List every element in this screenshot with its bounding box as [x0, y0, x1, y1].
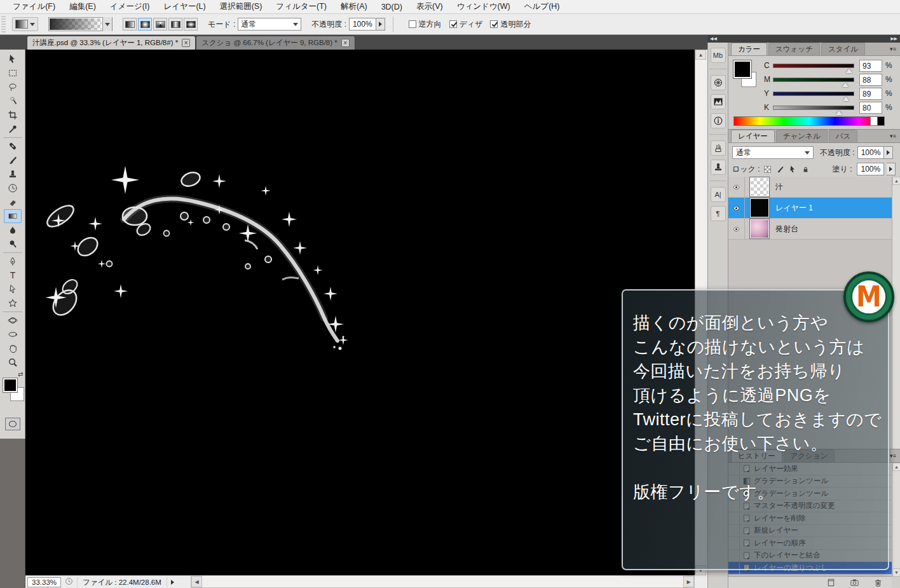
- menu-select[interactable]: 選択範囲(S): [214, 0, 269, 13]
- scroll-down-icon[interactable]: ▼: [892, 568, 900, 577]
- new-document-from-state-icon[interactable]: [826, 578, 836, 587]
- 3d-rotate-tool[interactable]: [4, 313, 22, 327]
- canvas-horizontal-scrollbar[interactable]: ◀ ▶: [191, 575, 695, 588]
- layer-row-layer1-selected[interactable]: レイヤー 1: [728, 198, 892, 219]
- reflected-gradient-button[interactable]: [168, 18, 182, 31]
- paragraph-panel-button[interactable]: ¶: [711, 206, 726, 221]
- pen-tool[interactable]: [4, 254, 22, 268]
- lasso-tool[interactable]: [4, 80, 22, 94]
- eyedropper-tool[interactable]: [4, 122, 22, 136]
- menu-layer[interactable]: レイヤー(L): [158, 0, 212, 13]
- menu-3d[interactable]: 3D(D): [375, 1, 409, 13]
- custom-shape-tool[interactable]: [4, 296, 22, 310]
- lock-pixels-button[interactable]: [775, 164, 786, 174]
- tab-paths[interactable]: パス: [829, 130, 858, 142]
- linear-gradient-button[interactable]: [123, 18, 137, 31]
- lock-transparency-button[interactable]: [763, 164, 773, 174]
- zoom-level-input[interactable]: 33.33%: [27, 577, 61, 587]
- reverse-checkbox[interactable]: 逆方向: [409, 19, 442, 30]
- tool-presets-panel-button[interactable]: [711, 140, 726, 156]
- opacity-input[interactable]: 100%: [349, 18, 376, 31]
- document-canvas[interactable]: [25, 50, 695, 575]
- panel-menu-icon[interactable]: ▾≡: [888, 132, 898, 140]
- options-bar-grip[interactable]: [1, 16, 6, 32]
- layer-name[interactable]: レイヤー 1: [775, 203, 813, 214]
- layer-thumbnail[interactable]: [750, 177, 769, 196]
- scroll-up-icon[interactable]: ▲: [695, 50, 706, 60]
- document-tab-inactive[interactable]: スクショ @ 66.7% (レイヤー 9, RGB/8) * ×: [196, 36, 355, 50]
- gradient-tool-preset-button[interactable]: [12, 17, 38, 31]
- tab-styles[interactable]: スタイル: [821, 43, 865, 55]
- white-swatch-cell[interactable]: [870, 117, 877, 125]
- blur-tool[interactable]: [4, 223, 22, 237]
- layer-opacity-input[interactable]: 100%: [857, 146, 885, 159]
- tab-layers[interactable]: レイヤー: [731, 130, 775, 142]
- radial-gradient-button[interactable]: [138, 18, 152, 31]
- foreground-color-swatch[interactable]: [733, 60, 751, 78]
- yellow-slider-track[interactable]: [773, 92, 854, 96]
- 3d-orbit-tool[interactable]: [4, 327, 22, 341]
- healing-brush-tool[interactable]: [4, 139, 22, 153]
- blend-mode-select[interactable]: 通常: [238, 18, 301, 31]
- menu-window[interactable]: ウィンドウ(W): [451, 0, 517, 13]
- zoom-tool[interactable]: [4, 355, 22, 369]
- tab-channels[interactable]: チャンネル: [776, 130, 828, 142]
- delete-state-trash-icon[interactable]: [873, 578, 883, 587]
- slider-thumb[interactable]: [846, 69, 852, 73]
- layer-name[interactable]: 汁: [775, 182, 783, 193]
- gradient-tool-selected[interactable]: [4, 209, 22, 223]
- black-swatch-cell[interactable]: [877, 117, 884, 125]
- scroll-right-icon[interactable]: ▶: [683, 576, 694, 587]
- scroll-up-icon[interactable]: ▲: [892, 177, 900, 185]
- tab-swatches[interactable]: スウォッチ: [768, 43, 820, 55]
- dodge-tool[interactable]: [4, 237, 22, 251]
- menu-filter[interactable]: フィルター(T): [269, 0, 333, 13]
- history-brush-tool[interactable]: [4, 181, 22, 195]
- close-icon[interactable]: ×: [341, 39, 350, 47]
- cyan-value-input[interactable]: 93: [859, 60, 882, 72]
- close-icon[interactable]: ×: [182, 39, 190, 47]
- foreground-color-swatch[interactable]: [3, 378, 17, 392]
- layer-name[interactable]: 発射台: [775, 224, 798, 235]
- visibility-toggle[interactable]: [728, 198, 745, 219]
- layer-thumbnail[interactable]: [750, 219, 769, 238]
- document-tab-active[interactable]: 汁講座.psd @ 33.3% (レイヤー 1, RGB/8#) * ×: [27, 36, 196, 50]
- panel-menu-icon[interactable]: ▾≡: [888, 45, 898, 53]
- history-scrollbar[interactable]: ▲ ▼: [892, 463, 900, 577]
- lock-position-button[interactable]: [788, 164, 798, 174]
- opacity-slider-button[interactable]: [376, 18, 385, 31]
- slider-thumb[interactable]: [836, 111, 842, 115]
- layer-row-launchpad[interactable]: 発射台: [728, 219, 892, 240]
- layer-fill-slider-button[interactable]: [887, 163, 896, 175]
- menu-image[interactable]: イメージ(I): [104, 0, 156, 13]
- layer-row-juice[interactable]: 汁: [728, 177, 892, 198]
- layer-fill-input[interactable]: 100%: [857, 163, 884, 175]
- hand-tool[interactable]: [4, 341, 22, 355]
- menu-analysis[interactable]: 解析(A): [334, 0, 374, 13]
- magenta-slider-track[interactable]: [773, 78, 854, 82]
- mini-bridge-button[interactable]: Mb: [711, 48, 726, 63]
- black-slider-track[interactable]: [773, 106, 854, 110]
- status-options-arrow[interactable]: [171, 580, 174, 585]
- lock-all-button[interactable]: [801, 164, 811, 174]
- collapse-panels-left-icon[interactable]: ◀◀: [710, 36, 717, 41]
- slider-thumb[interactable]: [843, 97, 849, 101]
- marquee-tool[interactable]: [4, 66, 22, 80]
- angle-gradient-button[interactable]: [153, 18, 167, 31]
- menu-help[interactable]: ヘルプ(H): [518, 0, 566, 13]
- move-tool[interactable]: [4, 52, 22, 66]
- panel-menu-icon[interactable]: ▾≡: [888, 452, 898, 460]
- diamond-gradient-button[interactable]: [184, 18, 198, 31]
- transparency-checkbox[interactable]: 透明部分: [490, 19, 531, 30]
- scroll-left-icon[interactable]: ◀: [191, 576, 202, 587]
- menu-edit[interactable]: 編集(E): [63, 0, 102, 13]
- magenta-value-input[interactable]: 88: [859, 74, 882, 86]
- menu-file[interactable]: ファイル(F): [6, 0, 62, 13]
- layer-opacity-slider-button[interactable]: [884, 146, 893, 159]
- gradient-picker-arrow-button[interactable]: [102, 17, 112, 31]
- crop-tool[interactable]: [4, 108, 22, 122]
- clone-stamp-tool[interactable]: [4, 167, 22, 181]
- histogram-panel-button[interactable]: [711, 94, 726, 109]
- layer-blend-mode-select[interactable]: 通常: [732, 146, 814, 159]
- yellow-value-input[interactable]: 89: [859, 88, 882, 100]
